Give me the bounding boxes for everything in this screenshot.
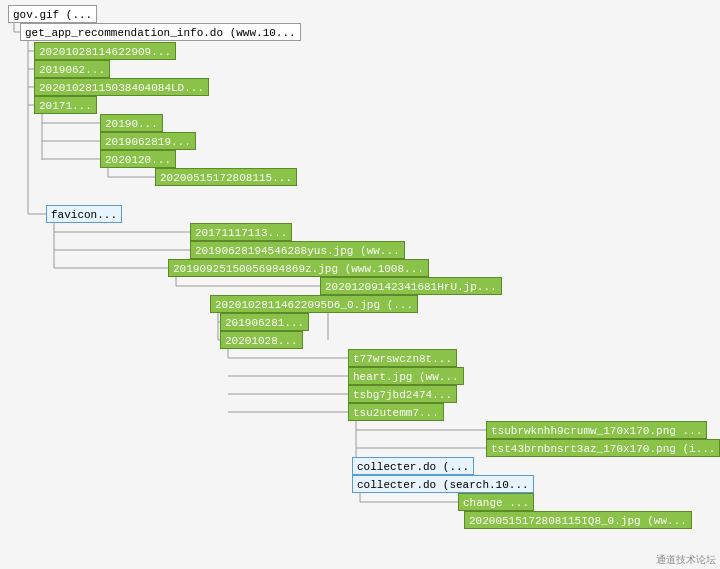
tree-node[interactable]: change ... (458, 493, 534, 511)
tree-node[interactable]: 2020120... (100, 150, 176, 168)
tree-node[interactable]: get_app_recommendation_info.do (www.10..… (20, 23, 301, 41)
node-label: collecter.do (search.10... (352, 475, 534, 493)
node-label: tsbg7jbd2474... (348, 385, 457, 403)
tree-node[interactable]: 20200515172808115... (155, 168, 297, 186)
tree-node[interactable]: favicon... (46, 205, 122, 223)
tree-node[interactable]: 20171... (34, 96, 97, 114)
tree-node[interactable]: 20190925150056984869z.jpg (www.1008... (168, 259, 429, 277)
tree-node[interactable]: 20201028114622095D6_0.jpg (... (210, 295, 418, 313)
node-label: get_app_recommendation_info.do (www.10..… (20, 23, 301, 41)
node-label: 20200515172808115IQ8_0.jpg (ww... (464, 511, 692, 529)
node-label: 20201209142341681HrU.jp... (320, 277, 502, 295)
tree-node[interactable]: tsubrwknhh9crumw_170x170.png ... (486, 421, 707, 439)
node-label: 2019062... (34, 60, 110, 78)
node-label: 20190925150056984869z.jpg (www.1008... (168, 259, 429, 277)
tree-node[interactable]: heart.jpg (ww... (348, 367, 464, 385)
tree-node[interactable]: tsbg7jbd2474... (348, 385, 457, 403)
node-label: change ... (458, 493, 534, 511)
tree-node[interactable]: 20201028115038404084LD... (34, 78, 209, 96)
node-label: tsubrwknhh9crumw_170x170.png ... (486, 421, 707, 439)
node-label: favicon... (46, 205, 122, 223)
tree-node[interactable]: 201906281... (220, 313, 309, 331)
tree-node[interactable]: 20190628194546288yus.jpg (ww... (190, 241, 405, 259)
node-label: tst43brnbnsrt3az_170x170.png (i... (486, 439, 720, 457)
tree-node[interactable]: 20201209142341681HrU.jp... (320, 277, 502, 295)
node-label: 20201028115038404084LD... (34, 78, 209, 96)
tree-node[interactable]: 20201028114622909... (34, 42, 176, 60)
tree-node[interactable]: 20171117113... (190, 223, 292, 241)
tree-node[interactable]: 20201028... (220, 331, 303, 349)
tree-node[interactable]: gov.gif (... (8, 5, 97, 23)
node-label: heart.jpg (ww... (348, 367, 464, 385)
node-label: collecter.do (... (352, 457, 474, 475)
tree-container: gov.gif (...get_app_recommendation_info.… (0, 0, 720, 569)
node-label: 201906281... (220, 313, 309, 331)
tree-node[interactable]: collecter.do (... (352, 457, 474, 475)
node-label: gov.gif (... (8, 5, 97, 23)
node-label: 20171... (34, 96, 97, 114)
node-label: 2019062819... (100, 132, 196, 150)
node-label: 20201028... (220, 331, 303, 349)
tree-node[interactable]: 2019062... (34, 60, 110, 78)
node-label: 20171117113... (190, 223, 292, 241)
node-label: 2020120... (100, 150, 176, 168)
node-label: 20200515172808115... (155, 168, 297, 186)
watermark: 通道技术论坛 (656, 553, 716, 567)
tree-node[interactable]: 20190... (100, 114, 163, 132)
tree-node[interactable]: tst43brnbnsrt3az_170x170.png (i... (486, 439, 720, 457)
tree-node[interactable]: 2019062819... (100, 132, 196, 150)
node-label: 20201028114622095D6_0.jpg (... (210, 295, 418, 313)
node-label: t77wrswczn8t... (348, 349, 457, 367)
tree-node[interactable]: collecter.do (search.10... (352, 475, 534, 493)
tree-node[interactable]: tsu2utemm7... (348, 403, 444, 421)
tree-node[interactable]: t77wrswczn8t... (348, 349, 457, 367)
node-label: tsu2utemm7... (348, 403, 444, 421)
tree-node[interactable]: 20200515172808115IQ8_0.jpg (ww... (464, 511, 692, 529)
node-label: 20201028114622909... (34, 42, 176, 60)
node-label: 20190... (100, 114, 163, 132)
node-label: 20190628194546288yus.jpg (ww... (190, 241, 405, 259)
